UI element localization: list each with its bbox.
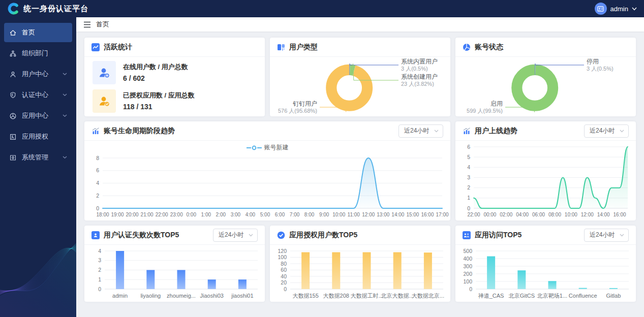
app-users-bar-chart: 020406080100120大数据155大数据208大数据工时...北京大数据… <box>270 245 450 302</box>
stat-label: 在线用户数 / 用户总数 <box>123 62 188 72</box>
svg-text:系统创建用户23 人(3.82%): 系统创建用户23 人(3.82%) <box>401 73 438 87</box>
svg-text:00:00: 00:00 <box>483 212 496 217</box>
svg-text:jiaoshi01: jiaoshi01 <box>231 293 253 299</box>
sidebar-item-app-grant[interactable]: 应用授权 <box>4 127 72 146</box>
sidebar-item-org[interactable]: 组织部门 <box>4 44 72 63</box>
card-app-visits-top5: 应用访问TOP5 近24小时 0100200300400500禅道_CAS北京G… <box>455 226 636 302</box>
svg-text:5: 5 <box>467 154 470 160</box>
svg-text:停用3 人(0.5%): 停用3 人(0.5%) <box>587 58 614 72</box>
sidebar-item-label: 认证中心 <box>22 90 57 100</box>
stat-value: 6 / 602 <box>123 74 188 82</box>
svg-text:11:00: 11:00 <box>348 212 360 217</box>
user-add-icon <box>93 61 116 84</box>
svg-text:4: 4 <box>467 164 470 170</box>
svg-text:12:00: 12:00 <box>581 212 594 217</box>
user-menu[interactable]: admin <box>595 3 637 15</box>
sidebar-item-label: 应用授权 <box>22 132 67 141</box>
time-range-select[interactable]: 近24小时 <box>213 229 258 242</box>
sidebar-item-auth-center[interactable]: 认证中心 <box>4 85 72 105</box>
card-title: 用户认证失败次数TOP5 <box>104 231 179 240</box>
user-type-icon <box>277 43 285 51</box>
svg-text:10:00: 10:00 <box>565 212 577 217</box>
time-range-select[interactable]: 近24小时 <box>584 229 629 242</box>
svg-text:19:00: 19:00 <box>111 212 124 217</box>
svg-text:2: 2 <box>96 193 99 199</box>
svg-text:10:00: 10:00 <box>332 212 345 217</box>
app-visit-users-icon <box>463 231 471 239</box>
chevron-down-icon <box>620 234 624 237</box>
card-online-trend: 用户上线趋势 近24小时 012345622:0000:0002:0004:00… <box>455 121 636 220</box>
legend-line-marker-icon <box>247 145 262 150</box>
account-status-pie-chart: 停用3 人(0.5%)启用599 人(99.5%) <box>455 57 636 116</box>
sidebar-item-app-center[interactable]: 应用中心 <box>4 106 72 125</box>
card-account-status: 账号状态 停用3 人(0.5%)启用599 人(99.5%) <box>455 38 636 116</box>
svg-text:22:00: 22:00 <box>156 212 168 217</box>
svg-text:4: 4 <box>98 248 101 254</box>
card-lifecycle-trend: 账号生命周期阶段趋势 近24小时 账号新建 <box>84 121 450 220</box>
card-title: 活跃统计 <box>104 43 132 52</box>
sidebar-item-home[interactable]: 首页 <box>4 23 72 42</box>
svg-text:大数据工时...: 大数据工时... <box>350 293 383 299</box>
trend-chart-icon <box>91 127 100 135</box>
svg-text:2: 2 <box>98 267 101 273</box>
chevron-down-icon <box>63 156 67 159</box>
app-header: 统一身份认证平台 admin <box>0 0 644 17</box>
user-name: admin <box>610 5 628 13</box>
svg-text:启用599 人(99.5%): 启用599 人(99.5%) <box>467 100 503 114</box>
chevron-down-icon <box>63 114 67 117</box>
card-user-type: 用户类型 系统内置用户3 人(0.5%)系统创建用户23 人(3.82%)钉钉用… <box>270 38 450 116</box>
card-title: 用户上线趋势 <box>475 126 517 136</box>
app-visits-bar-chart: 0100200300400500禅道_CAS北京GitCS北京靶场1...Con… <box>455 245 636 302</box>
user-icon <box>9 71 17 78</box>
user-check-icon <box>93 89 116 113</box>
svg-text:3: 3 <box>98 257 101 263</box>
svg-text:1: 1 <box>98 276 101 282</box>
time-range-select[interactable]: 近24小时 <box>584 124 629 138</box>
svg-text:北京GitCS: 北京GitCS <box>508 293 535 299</box>
time-range-value: 近24小时 <box>219 231 243 239</box>
chevron-down-icon <box>632 7 637 11</box>
svg-text:1: 1 <box>467 195 470 201</box>
auth-fail-icon <box>91 231 100 239</box>
time-range-value: 近24小时 <box>404 126 429 135</box>
sidebar-item-system[interactable]: 系统管理 <box>4 148 72 167</box>
svg-text:17:00: 17:00 <box>436 212 448 217</box>
svg-text:120: 120 <box>278 248 287 254</box>
svg-text:100: 100 <box>463 278 472 284</box>
svg-text:admin: admin <box>112 293 128 299</box>
svg-text:北京靶场1...: 北京靶场1... <box>537 293 567 299</box>
sidebar-item-label: 系统管理 <box>22 153 57 162</box>
chevron-down-icon <box>63 73 67 76</box>
sidebar-item-user-center[interactable]: 用户中心 <box>4 65 72 84</box>
svg-text:1:00: 1:00 <box>201 212 211 217</box>
card-title: 应用授权用户数TOP5 <box>289 231 357 240</box>
breadcrumb-bar: 首页 <box>76 17 644 31</box>
svg-text:13:00: 13:00 <box>377 212 389 217</box>
svg-text:2:00: 2:00 <box>216 212 226 217</box>
svg-text:04:00: 04:00 <box>516 212 529 217</box>
sidebar-collapse-icon[interactable] <box>83 21 91 28</box>
chevron-down-icon <box>249 234 253 237</box>
sidebar: 首页组织部门用户中心认证中心应用中心应用授权系统管理 <box>0 17 76 317</box>
sidebar-item-label: 组织部门 <box>22 49 67 58</box>
stat-row: 在线用户数 / 用户总数6 / 602 <box>93 61 257 84</box>
trend-chart-icon <box>463 127 471 135</box>
online-line-chart: 012345622:0000:0002:0004:0006:0008:0010:… <box>455 141 636 220</box>
chevron-down-icon <box>63 93 67 97</box>
app-logo-icon <box>7 3 19 15</box>
chart-legend[interactable]: 账号新建 <box>84 143 450 152</box>
gear-icon <box>9 154 17 162</box>
svg-text:21:00: 21:00 <box>141 212 154 217</box>
svg-text:0: 0 <box>96 205 99 211</box>
svg-text:liyaoling: liyaoling <box>140 293 161 299</box>
time-range-value: 近24小时 <box>590 231 615 239</box>
svg-text:300: 300 <box>463 263 472 269</box>
id-card-icon <box>597 6 604 12</box>
time-range-select[interactable]: 近24小时 <box>398 124 443 138</box>
svg-text:60: 60 <box>281 267 287 273</box>
svg-text:08:00: 08:00 <box>548 212 561 217</box>
stat-value: 118 / 131 <box>123 103 195 111</box>
svg-text:6: 6 <box>467 144 470 150</box>
grant-icon <box>9 133 17 141</box>
sidebar-item-label: 用户中心 <box>22 70 57 79</box>
